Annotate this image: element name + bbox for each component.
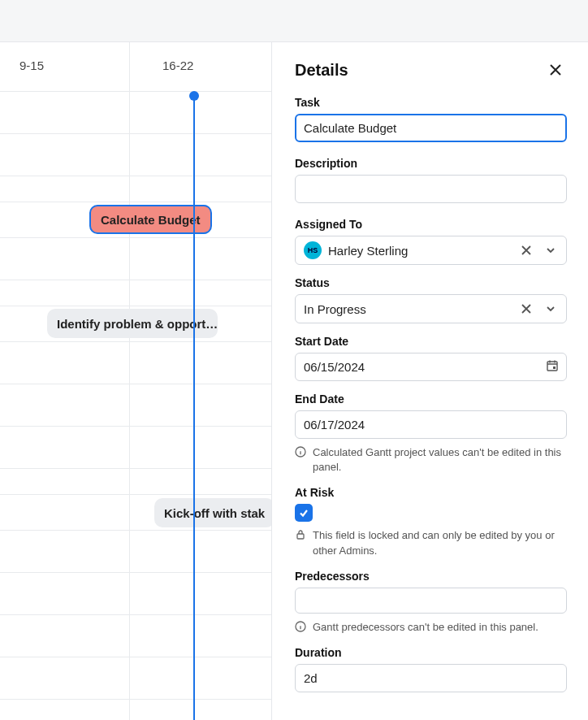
grid-line (0, 202, 271, 202)
gantt-task-label: Kick-off with stak (164, 506, 265, 520)
check-icon (298, 507, 309, 518)
status-select[interactable]: In Progress (295, 294, 567, 323)
details-panel: Details Task Description Assigned To HS … (272, 42, 588, 720)
gantt-column (0, 42, 130, 720)
gantt-column-header: 9-15 (19, 59, 44, 72)
gantt-chart[interactable]: 9-15 16-22 Calculate Budget Identify pro… (0, 42, 272, 720)
svg-rect-0 (547, 362, 557, 371)
description-input[interactable] (295, 175, 567, 203)
task-label: Task (295, 96, 567, 109)
assigned-name: Harley Sterling (328, 244, 511, 258)
grid-line (0, 572, 271, 573)
grid-line (0, 699, 271, 700)
end-date-label: End Date (295, 393, 567, 406)
avatar: HS (304, 241, 322, 259)
atrisk-label: At Risk (295, 486, 567, 499)
close-icon (521, 245, 532, 256)
grid-line (0, 426, 271, 427)
start-date-label: Start Date (295, 335, 567, 348)
chevron-down-icon (545, 303, 556, 314)
main-content: 9-15 16-22 Calculate Budget Identify pro… (0, 42, 588, 720)
grid-line (0, 341, 271, 342)
task-input[interactable] (295, 114, 567, 142)
gantt-column-header: 16-22 (162, 59, 193, 72)
grid-line (0, 176, 271, 176)
grid-line (0, 133, 271, 134)
grid-line (0, 237, 271, 238)
svg-rect-3 (297, 534, 304, 539)
start-date-input[interactable] (295, 353, 567, 381)
close-icon (521, 303, 532, 314)
grid-line (0, 614, 271, 615)
atrisk-checkbox[interactable] (295, 504, 313, 522)
today-marker-line (193, 95, 195, 720)
panel-title: Details (295, 61, 348, 80)
info-icon (295, 446, 306, 458)
duration-label: Duration (295, 646, 567, 659)
expand-status-button[interactable] (542, 300, 560, 318)
grid-line (0, 657, 271, 657)
gantt-task-label: Calculate Budget (101, 213, 201, 227)
gantt-column (130, 42, 272, 720)
status-label: Status (295, 276, 567, 289)
calendar-icon[interactable] (546, 359, 559, 375)
grid-line (0, 306, 271, 306)
grid-line (0, 494, 271, 495)
info-icon (295, 621, 306, 632)
clear-status-button[interactable] (517, 300, 535, 318)
grid-line (0, 468, 271, 469)
grid-line (0, 384, 271, 384)
top-bar (0, 0, 588, 42)
grid-line (0, 280, 271, 280)
description-label: Description (295, 157, 567, 170)
status-value: In Progress (304, 302, 511, 316)
duration-input[interactable] (295, 664, 567, 692)
lock-note: This field is locked and can only be edi… (313, 528, 567, 557)
predecessors-input[interactable] (295, 588, 567, 614)
predecessors-label: Predecessors (295, 570, 567, 583)
close-icon (547, 62, 564, 78)
grid-line (0, 530, 271, 531)
close-button[interactable] (544, 59, 567, 81)
end-date-input[interactable] (295, 410, 567, 439)
assigned-label: Assigned To (295, 218, 567, 231)
grid-line (0, 91, 271, 92)
svg-rect-1 (553, 367, 556, 369)
end-date-note: Calculated Gantt project values can't be… (313, 445, 567, 475)
chevron-down-icon (545, 245, 556, 256)
assigned-select[interactable]: HS Harley Sterling (295, 236, 567, 265)
gantt-task-kickoff[interactable]: Kick-off with stak (154, 498, 272, 527)
clear-assigned-button[interactable] (517, 241, 535, 259)
gantt-task-identify-problem[interactable]: Identify problem & opport… (47, 309, 218, 338)
predecessors-note: Gantt predecessors can't be edited in th… (313, 620, 538, 635)
today-marker-dot (189, 91, 199, 101)
expand-assigned-button[interactable] (542, 241, 560, 259)
lock-icon (295, 529, 306, 540)
